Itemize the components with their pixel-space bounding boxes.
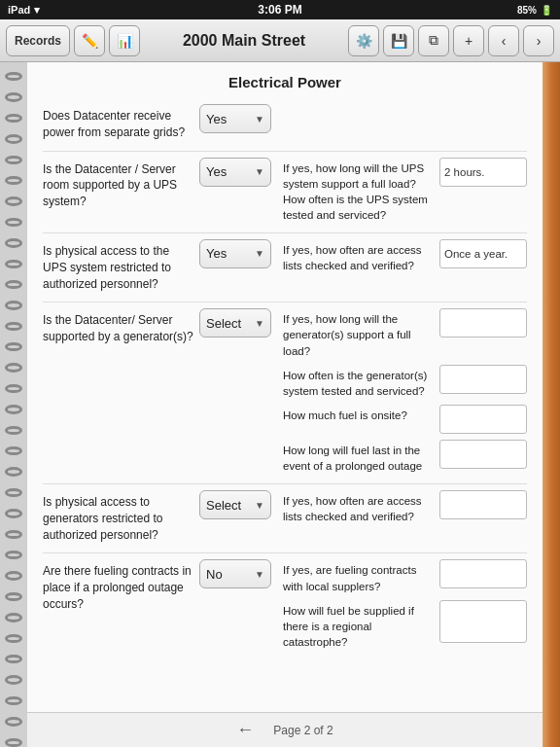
answer-box-3-3[interactable] [439, 440, 527, 469]
chart-button[interactable]: 📊 [109, 25, 140, 56]
spiral-ring [5, 72, 22, 81]
chevron-down-icon: ▼ [255, 166, 264, 177]
edit-button[interactable]: ✏️ [74, 25, 105, 56]
spiral-ring [5, 592, 22, 601]
page-footer: ← Page 2 of 2 [27, 712, 542, 747]
spiral-ring [5, 571, 22, 580]
spiral-ring [5, 634, 22, 643]
records-button[interactable]: Records [6, 25, 70, 56]
add-button[interactable]: + [453, 25, 484, 56]
toolbar-title: 2000 Main Street [144, 32, 344, 50]
right-question-2-0: If yes, how often are access lists check… [283, 239, 436, 273]
answer-box-5-1[interactable] [439, 600, 527, 643]
floppy-icon: 💾 [391, 33, 407, 49]
dropdown-value-3: Select [206, 316, 241, 331]
dropdown-1[interactable]: Yes ▼ [199, 158, 271, 187]
right-question-3-0: If yes, how long will the generator(s) s… [283, 308, 436, 358]
dropdown-value-4: Select [206, 498, 241, 513]
answer-box-3-0[interactable] [439, 308, 527, 338]
save-button[interactable]: 💾 [383, 25, 414, 56]
settings-button[interactable]: ⚙️ [348, 25, 379, 56]
question-5: Are there fueling contracts in place if … [43, 559, 193, 612]
right-item-5-1: How will fuel be supplied if there is a … [283, 600, 527, 650]
dropdown-value-0: Yes [206, 112, 227, 126]
spiral-ring [5, 363, 22, 372]
right-item-1-0: If yes, how long will the UPS system sup… [283, 158, 527, 223]
spiral-ring [5, 260, 22, 268]
spiral-ring [5, 196, 22, 205]
spiral-ring [5, 134, 22, 143]
carrier-label: iPad [8, 4, 30, 16]
spiral-ring [5, 530, 22, 539]
right-item-2-0: If yes, how often are access lists check… [283, 239, 527, 273]
form-row-5: Are there fueling contracts in place if … [43, 559, 527, 649]
answer-box-3-1[interactable] [439, 365, 527, 394]
answer-box-5-0[interactable] [439, 559, 527, 588]
form-row-3: Is the Datacenter/ Server supported by a… [43, 308, 527, 474]
question-2: Is physical access to the UPS system res… [43, 239, 193, 292]
status-right: 85% 🔋 [517, 5, 552, 16]
spiral-ring [5, 114, 22, 123]
right-item-3-3: How long will fuel last in the event of … [283, 440, 527, 474]
answer-box-2-0[interactable]: Once a year. [439, 239, 527, 268]
battery-label: 85% [517, 5, 537, 16]
dropdown-5[interactable]: No ▼ [199, 559, 271, 588]
spiral-ring [5, 176, 22, 185]
dropdown-3[interactable]: Select ▼ [199, 308, 271, 338]
spiral-ring [5, 384, 22, 393]
control-1: Yes ▼ [199, 158, 277, 187]
spiral-ring [5, 696, 22, 705]
chevron-down-icon: ▼ [255, 318, 264, 329]
chart-icon: 📊 [117, 33, 133, 49]
dropdown-2[interactable]: Yes ▼ [199, 239, 271, 268]
form-row-4: Is physical access to generators restric… [43, 490, 527, 543]
right-section-4: If yes, how often are access lists check… [283, 490, 527, 524]
spiral-ring [5, 675, 22, 684]
toolbar: Records ✏️ 📊 2000 Main Street ⚙️ 💾 ⧉ + ‹… [0, 19, 560, 62]
spiral-ring [5, 446, 22, 455]
right-question-1-0: If yes, how long will the UPS system sup… [283, 158, 436, 223]
spiral-ring [5, 613, 22, 622]
right-question-3-3: How long will fuel last in the event of … [283, 440, 436, 474]
divider-2 [43, 302, 527, 302]
back-arrow-button[interactable]: ← [236, 720, 254, 740]
right-item-5-0: If yes, are fueling contracts with local… [283, 559, 527, 593]
control-2: Yes ▼ [199, 239, 277, 268]
copy-button[interactable]: ⧉ [418, 25, 449, 56]
spiral-ring [5, 717, 22, 726]
next-button[interactable]: › [523, 25, 554, 56]
right-binding [542, 62, 560, 747]
copy-icon: ⧉ [429, 32, 438, 49]
spiral-ring [5, 92, 22, 101]
chevron-left-icon: ‹ [502, 33, 507, 49]
right-question-3-1: How often is the generator(s) system tes… [283, 365, 436, 399]
spiral-ring [5, 322, 22, 331]
chevron-down-icon: ▼ [255, 248, 264, 259]
spiral-ring [5, 655, 22, 663]
right-section-3: If yes, how long will the generator(s) s… [283, 308, 527, 474]
right-section-5: If yes, are fueling contracts with local… [283, 559, 527, 649]
spiral-ring [5, 509, 22, 517]
spiral-ring [5, 218, 22, 227]
dropdown-0[interactable]: Yes ▼ [199, 104, 271, 133]
notebook: Electrical Power Does Datacenter receive… [0, 62, 560, 747]
divider-4 [43, 552, 527, 553]
answer-box-3-2[interactable] [439, 405, 527, 434]
spiral-ring [5, 238, 22, 247]
question-3: Is the Datacenter/ Server supported by a… [43, 308, 193, 345]
dropdown-value-2: Yes [206, 246, 227, 261]
prev-button[interactable]: ‹ [488, 25, 519, 56]
control-0: Yes ▼ [199, 104, 277, 133]
answer-text-1-0: 2 hours. [444, 166, 485, 178]
status-bar: iPad ▾ 3:06 PM 85% 🔋 [0, 0, 560, 19]
right-section-2: If yes, how often are access lists check… [283, 239, 527, 273]
right-item-3-1: How often is the generator(s) system tes… [283, 365, 527, 399]
control-3: Select ▼ [199, 308, 277, 338]
wifi-icon: ▾ [34, 4, 40, 17]
chevron-down-icon: ▼ [255, 500, 264, 511]
answer-box-4-0[interactable] [439, 490, 527, 519]
answer-box-1-0[interactable]: 2 hours. [439, 158, 527, 187]
dropdown-value-1: Yes [206, 164, 227, 179]
spiral-ring [5, 738, 22, 747]
dropdown-4[interactable]: Select ▼ [199, 490, 271, 519]
